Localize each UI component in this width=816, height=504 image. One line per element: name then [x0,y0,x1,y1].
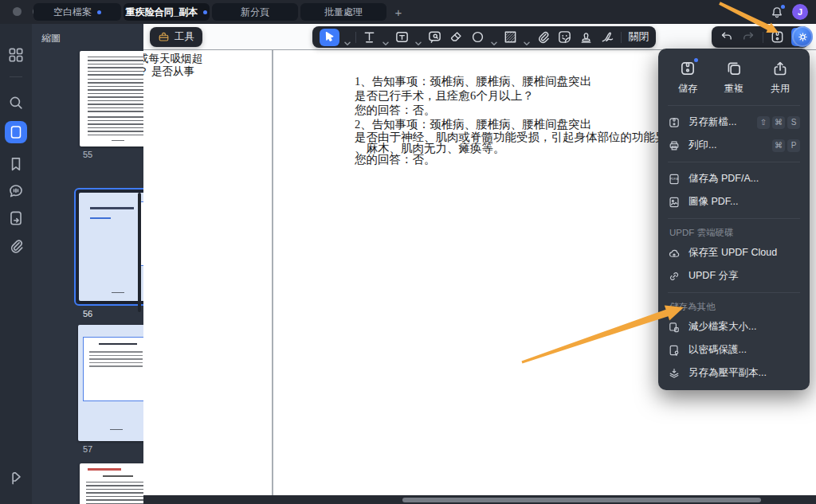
attach-button[interactable] [535,29,551,45]
notification-bell-icon[interactable] [770,6,784,20]
menu-divider [668,292,800,293]
eraser-button[interactable] [448,29,465,45]
undo-button[interactable] [718,29,735,45]
tab-new-page[interactable]: 新分頁 [212,3,298,21]
thumbnail-page-56 [79,193,143,301]
tab-document[interactable]: 重疾险合同_副本 [124,3,210,21]
menu-item-save-to-updf-cloud[interactable]: 保存至 UPDF Cloud [658,241,810,264]
attach-icon [536,29,551,45]
eraser-icon [449,29,464,45]
thumb-blue-line [90,217,111,219]
sidebar-item-thumbnails[interactable] [5,121,27,143]
quick-duplicate-button[interactable]: 重複 [711,60,757,96]
stamp-icon [579,29,594,45]
comment-bubble-button[interactable] [426,29,443,45]
text-box-icon [394,29,410,45]
menu-item-password-protect[interactable]: 以密碼保護... [658,338,810,361]
left-sidebar [0,24,32,504]
new-tab-button[interactable]: + [390,3,406,21]
tab-label: 空白檔案 [53,6,92,19]
shape-circle-button[interactable] [469,29,486,45]
stamp-pattern-button[interactable] [502,29,519,45]
updf-app-window: 空白檔案 重疾险合同_副本 新分頁 批量處理 + J [0,0,816,504]
comment-bubble-icon [427,29,442,45]
stamp-button[interactable] [578,29,594,45]
grid-icon[interactable] [7,46,25,64]
thumb-title-line [103,475,133,477]
menu-item-save-as[interactable]: 另存新檔... ⇧ ⌘ S [658,111,810,134]
tab-batch-process[interactable]: 批量處理 [300,3,386,21]
extract-icon[interactable] [7,470,25,487]
menu-divider [668,218,800,219]
save-dropdown-menu: 儲存 重複 共用 另存新檔... ⇧ ⌘ [658,49,810,390]
document-line: 您的回答：否。 [355,103,436,118]
menu-item-image-pdf[interactable]: 圖像 PDF... [658,190,810,213]
signature-button[interactable] [599,29,616,45]
password-protect-icon [668,344,681,357]
quick-save-button[interactable]: 儲存 [665,60,711,96]
bookmark-icon[interactable] [7,155,25,173]
close-toolbar-button[interactable]: 關閉 [629,30,649,44]
horizontal-scrollbar-thumb[interactable] [402,498,761,502]
page-number-55: 55 [32,150,143,159]
shape-circle-icon [470,29,485,45]
thumb-title-line [90,207,134,209]
toolbar-divider [621,32,622,43]
image-pdf-icon [668,196,681,209]
menu-item-label: 列印... [688,139,764,152]
edit-text-icon [362,29,377,45]
tab-blank-file[interactable]: 空白檔案 [33,3,121,21]
text-box-button[interactable] [394,29,410,45]
save-icon [679,60,696,77]
tab-modified-dot [97,10,101,14]
edit-text-button[interactable] [361,29,378,45]
select-cursor-button[interactable] [320,29,339,46]
menu-item-flatten-copy[interactable]: 另存為壓平副本... [658,361,810,385]
save-as-icon [668,116,681,129]
link-icon [668,270,681,283]
user-avatar[interactable]: J [792,4,808,20]
thumbnail-page-58[interactable] [80,463,143,504]
thumb-form-box [83,337,143,402]
thumb-text-lines [86,482,143,504]
attachment-icon[interactable] [7,237,25,255]
cloud-upload-icon [668,247,681,260]
chevron-down-icon[interactable] [415,35,422,40]
quick-share-button[interactable]: 共用 [757,60,803,96]
comments-icon[interactable] [7,182,25,200]
document-page-left[interactable]: 或每天吸烟超 ？ 是否从事 [143,49,272,495]
stamp-pattern-icon [503,29,518,45]
settings-gear-button[interactable] [792,26,813,47]
menu-item-save-as-pdfa[interactable]: PDF/A 儲存為 PDF/A... [658,167,810,190]
chevron-down-icon[interactable] [491,35,497,40]
shortcut-keys: ⌘ P [772,139,800,152]
save-icon [770,29,785,45]
pdfa-icon: PDF/A [668,173,681,186]
close-window-button[interactable] [13,7,22,16]
panel-scrollbar[interactable] [138,193,141,312]
horizontal-scrollbar-track [143,495,816,504]
sidebar-divider [10,76,22,77]
tab-label: 重疾险合同_副本 [126,6,198,19]
thumbnail-page-57[interactable] [78,325,143,441]
reduce-file-size-icon [668,321,681,334]
page-export-icon[interactable] [7,209,25,227]
chevron-down-icon[interactable] [524,35,530,40]
search-icon[interactable] [7,94,25,111]
thumbnail-page-55[interactable] [80,51,143,147]
tools-button[interactable]: 工具 [150,27,202,47]
thumbnail-page-56-selected[interactable] [74,188,143,306]
chevron-down-icon[interactable] [344,35,351,40]
menu-item-reduce-file-size[interactable]: 減少檔案大小... [658,315,810,338]
unsaved-dot [694,58,698,62]
shortcut-keys: ⇧ ⌘ S [757,116,800,129]
menu-item-label: 減少檔案大小... [688,320,800,334]
chevron-down-icon[interactable] [382,35,389,40]
toolbox-icon [158,31,170,43]
redo-button[interactable] [740,29,757,45]
thumbnails-panel: 縮圖 55 56 57 [32,24,143,504]
menu-item-print[interactable]: 列印... ⌘ P [658,134,810,157]
menu-item-updf-share[interactable]: UPDF 分享 [658,264,810,287]
sticker-button[interactable] [556,29,573,45]
save-button[interactable] [769,29,786,45]
